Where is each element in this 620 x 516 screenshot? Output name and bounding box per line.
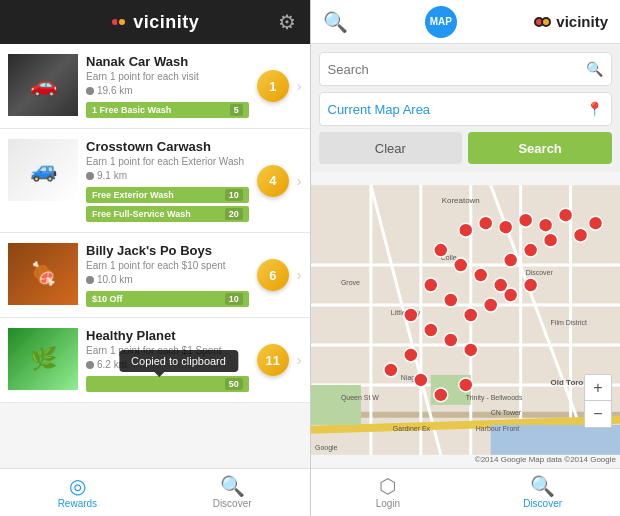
svg-point-41 bbox=[433, 243, 447, 257]
svg-point-33 bbox=[518, 213, 532, 227]
list-container: Nanak Car Wash Earn 1 point for each vis… bbox=[0, 44, 310, 468]
item-image-food bbox=[8, 243, 78, 305]
svg-text:Film District: Film District bbox=[550, 319, 586, 326]
svg-point-42 bbox=[453, 258, 467, 272]
reward-badge: Free Exterior Wash 10 bbox=[86, 187, 249, 203]
nav-discover-right[interactable]: 🔍 Discover bbox=[465, 476, 620, 509]
chevron-right-icon: › bbox=[297, 267, 302, 283]
location-dot bbox=[86, 172, 94, 180]
svg-point-39 bbox=[523, 243, 537, 257]
reward-badge: 50 bbox=[86, 376, 249, 392]
item-earn: Earn 1 point for each $10 spent bbox=[86, 260, 249, 271]
current-map-area[interactable]: Current Map Area 📍 bbox=[319, 92, 613, 126]
svg-point-49 bbox=[503, 288, 517, 302]
svg-text:Gardiner Ex: Gardiner Ex bbox=[392, 425, 430, 432]
clipboard-tooltip: Copied to clipboard bbox=[119, 350, 238, 372]
nav-discover[interactable]: 🔍 Discover bbox=[155, 476, 310, 509]
list-item[interactable]: Healthy Planet Earn 1 point for each $1 … bbox=[0, 318, 310, 403]
nav-login[interactable]: ⬡ Login bbox=[311, 476, 466, 509]
rewards-list: $10 Off 10 bbox=[86, 291, 249, 307]
map-attribution: ©2014 Google Map data ©2014 Google bbox=[475, 455, 616, 464]
svg-text:Grove: Grove bbox=[340, 279, 359, 286]
svg-point-35 bbox=[558, 208, 572, 222]
item-content: Billy Jack's Po Boys Earn 1 point for ea… bbox=[86, 243, 249, 307]
location-dot bbox=[86, 87, 94, 95]
svg-point-38 bbox=[543, 233, 557, 247]
discover-label: Discover bbox=[213, 498, 252, 509]
item-earn: Earn 1 point for each visit bbox=[86, 71, 249, 82]
svg-point-30 bbox=[458, 223, 472, 237]
svg-point-47 bbox=[463, 308, 477, 322]
svg-text:Queen St W: Queen St W bbox=[340, 394, 378, 402]
svg-point-57 bbox=[413, 373, 427, 387]
svg-point-58 bbox=[433, 388, 447, 402]
item-image-carwash1 bbox=[8, 54, 78, 116]
login-label: Login bbox=[376, 498, 400, 509]
right-header: 🔍 MAP vicinity bbox=[311, 0, 621, 44]
clear-button[interactable]: Clear bbox=[319, 132, 463, 164]
reward-badge: Free Full-Service Wash 20 bbox=[86, 206, 249, 222]
chevron-right-icon: › bbox=[297, 78, 302, 94]
list-item[interactable]: Nanak Car Wash Earn 1 point for each vis… bbox=[0, 44, 310, 129]
discover-icon: 🔍 bbox=[220, 476, 245, 496]
item-name: Crosstown Carwash bbox=[86, 139, 249, 154]
search-icon-header[interactable]: 🔍 bbox=[323, 10, 348, 34]
svg-text:Discover: Discover bbox=[525, 269, 553, 276]
logo-circle-orange bbox=[117, 17, 127, 27]
item-image-planet bbox=[8, 328, 78, 390]
item-content: Nanak Car Wash Earn 1 point for each vis… bbox=[86, 54, 249, 118]
chevron-right-icon: › bbox=[297, 352, 302, 368]
location-dot bbox=[86, 361, 94, 369]
nav-rewards[interactable]: ◎ Rewards bbox=[0, 476, 155, 509]
left-header: vicinity ⚙ bbox=[0, 0, 310, 44]
location-dot bbox=[86, 276, 94, 284]
bottom-nav-left: ◎ Rewards 🔍 Discover bbox=[0, 468, 310, 516]
svg-rect-15 bbox=[311, 385, 361, 425]
svg-point-56 bbox=[383, 363, 397, 377]
svg-point-37 bbox=[588, 216, 602, 230]
search-magnifier-icon: 🔍 bbox=[586, 61, 603, 77]
chevron-right-icon: › bbox=[297, 173, 302, 189]
points-badge: 11 bbox=[257, 344, 289, 376]
svg-text:CN Tower: CN Tower bbox=[490, 409, 521, 416]
logo-circle-orange-right bbox=[541, 17, 551, 27]
svg-point-36 bbox=[573, 228, 587, 242]
svg-point-46 bbox=[443, 293, 457, 307]
discover-right-label: Discover bbox=[523, 498, 562, 509]
gear-icon[interactable]: ⚙ bbox=[278, 10, 296, 34]
zoom-controls: + − bbox=[584, 374, 612, 428]
svg-point-59 bbox=[458, 378, 472, 392]
map-container[interactable]: Koreatown Grove Little Italy Colle Disco… bbox=[311, 172, 621, 468]
svg-point-55 bbox=[403, 348, 417, 362]
search-buttons: Clear Search bbox=[319, 132, 613, 164]
svg-point-50 bbox=[523, 278, 537, 292]
login-icon: ⬡ bbox=[379, 476, 396, 496]
search-input[interactable] bbox=[328, 62, 587, 77]
list-item[interactable]: Billy Jack's Po Boys Earn 1 point for ea… bbox=[0, 233, 310, 318]
map-svg: Koreatown Grove Little Italy Colle Disco… bbox=[311, 172, 621, 468]
item-content: Crosstown Carwash Earn 1 point for each … bbox=[86, 139, 249, 222]
pin-icon: 📍 bbox=[586, 101, 603, 117]
item-distance: 19.6 km bbox=[86, 85, 249, 96]
search-wrapper: 🔍 bbox=[319, 52, 613, 86]
current-map-label: Current Map Area bbox=[328, 102, 431, 117]
svg-text:Harbour Front: Harbour Front bbox=[475, 425, 518, 432]
map-badge[interactable]: MAP bbox=[425, 6, 457, 38]
zoom-out-button[interactable]: − bbox=[585, 401, 611, 427]
item-distance: 10.0 km bbox=[86, 274, 249, 285]
svg-point-52 bbox=[423, 323, 437, 337]
svg-point-34 bbox=[538, 218, 552, 232]
zoom-in-button[interactable]: + bbox=[585, 375, 611, 401]
svg-point-54 bbox=[463, 343, 477, 357]
svg-point-53 bbox=[443, 333, 457, 347]
svg-point-40 bbox=[503, 253, 517, 267]
rewards-icon: ◎ bbox=[69, 476, 86, 496]
logo-circles bbox=[110, 17, 127, 27]
search-button[interactable]: Search bbox=[468, 132, 612, 164]
reward-badge: $10 Off 10 bbox=[86, 291, 249, 307]
list-item[interactable]: Crosstown Carwash Earn 1 point for each … bbox=[0, 129, 310, 233]
right-logo: vicinity bbox=[534, 13, 608, 30]
points-badge: 6 bbox=[257, 259, 289, 291]
item-name: Billy Jack's Po Boys bbox=[86, 243, 249, 258]
reward-badge: 1 Free Basic Wash 5 bbox=[86, 102, 249, 118]
